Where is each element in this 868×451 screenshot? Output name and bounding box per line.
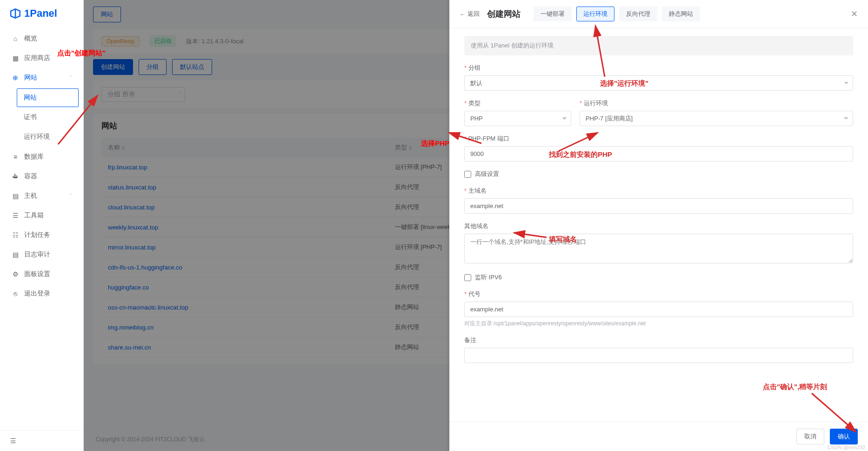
grid-icon: ▦	[11, 54, 20, 62]
nav: ⌂概览 ▦应用商店 ⊕网站˄ 网站 证书 运行环境 ≡数据库 ⛴容器 ▤主机˅ …	[0, 27, 83, 430]
nav-label: 日志审计	[24, 250, 50, 259]
arrow-find-php	[556, 130, 602, 155]
remark-input[interactable]	[464, 348, 853, 363]
drawer-footer: 取消 确认	[449, 422, 868, 451]
runtime-select[interactable]: PHP-7 [应用商店]	[580, 111, 853, 126]
anno-fill-domain: 填写域名	[549, 235, 577, 244]
close-button[interactable]: ✕	[851, 9, 858, 19]
logo-icon	[9, 7, 21, 20]
anno-click-create: 点击"创建网站"	[57, 49, 106, 58]
ipv6-checkbox[interactable]: 监听 IPV6	[464, 273, 853, 282]
arrow-domain	[512, 229, 549, 244]
drawer-title: 创建网站	[487, 8, 521, 20]
nav-label: 面板设置	[24, 270, 50, 278]
logo-text: 1Panel	[24, 7, 57, 20]
tab-runtime[interactable]: 运行环境	[576, 7, 614, 21]
alias-label: 代号	[464, 290, 853, 298]
nav-label: 数据库	[24, 153, 44, 161]
ipv6-checkbox-input[interactable]	[464, 274, 471, 281]
nav-label: 应用商店	[24, 54, 50, 62]
menu-icon: ☰	[10, 437, 16, 444]
anno-select-php: 选择PHP	[421, 139, 449, 148]
advanced-checkbox[interactable]: 高级设置	[464, 170, 853, 178]
server-icon: ▤	[11, 192, 20, 200]
info-box: 使用从 1Panel 创建的运行环境	[464, 36, 853, 55]
logout-icon: ⎋	[11, 290, 20, 297]
advanced-label: 高级设置	[475, 170, 499, 178]
gear-icon: ⚙	[11, 270, 20, 278]
chevron-down-icon: ˅	[69, 193, 72, 199]
database-icon: ≡	[11, 153, 20, 161]
nav-website[interactable]: ⊕网站˄	[0, 68, 83, 88]
nav-audit[interactable]: ▤日志审计	[0, 245, 83, 264]
tab-proxy[interactable]: 反向代理	[619, 7, 657, 21]
arrow-runtime	[591, 23, 619, 81]
nav-label: 工具箱	[24, 211, 44, 220]
back-button[interactable]: ←返回	[460, 10, 480, 18]
tab-static[interactable]: 静态网站	[662, 7, 700, 21]
globe-icon: ⊕	[11, 74, 20, 81]
nav-label: 容器	[24, 172, 37, 181]
drawer-tabs: 一键部署 运行环境 反向代理 静态网站	[534, 7, 700, 21]
nav-panel[interactable]: ⚙面板设置	[0, 264, 83, 284]
type-label: 类型	[464, 99, 571, 108]
nav-label: 主机	[24, 192, 37, 200]
sidebar: 1Panel ⌂概览 ▦应用商店 ⊕网站˄ 网站 证书 运行环境 ≡数据库 ⛴容…	[0, 0, 84, 451]
runtime-label: 运行环境	[580, 99, 853, 108]
nav-label: 退出登录	[24, 289, 50, 298]
fpm-label: PHP-FPM 端口	[464, 135, 853, 143]
home-icon: ⌂	[11, 35, 20, 42]
collapse-toggle[interactable]: ☰	[0, 430, 83, 451]
nav-cron[interactable]: ☷计划任务	[0, 225, 83, 245]
clock-icon: ☷	[11, 231, 20, 239]
anno-confirm: 点击"确认",稍等片刻	[763, 383, 827, 391]
type-select[interactable]: PHP	[464, 111, 571, 126]
domain-input[interactable]	[464, 198, 853, 214]
nav-toolbox[interactable]: ☰工具箱	[0, 206, 83, 225]
drawer-header: ←返回 创建网站 一键部署 运行环境 反向代理 静态网站 ✕	[449, 0, 868, 28]
chevron-up-icon: ˄	[69, 75, 72, 81]
logo: 1Panel	[0, 0, 83, 27]
nav-label: 计划任务	[24, 231, 50, 239]
arrow-left-icon: ←	[460, 11, 466, 18]
ipv6-label: 监听 IPV6	[475, 273, 502, 282]
nav-label: 网站	[24, 74, 37, 82]
advanced-checkbox-input[interactable]	[464, 171, 471, 178]
domain-label: 主域名	[464, 187, 853, 195]
nav-overview[interactable]: ⌂概览	[0, 29, 83, 48]
log-icon: ▤	[11, 251, 20, 258]
watermark: CSDN @mei232	[828, 444, 865, 450]
fpm-port-input[interactable]	[464, 146, 853, 162]
group-select[interactable]: 默认	[464, 75, 853, 91]
alias-hint: 对应主目录:/opt/1panel/apps/openresty/openres…	[464, 320, 853, 328]
nav-label: 概览	[24, 34, 37, 43]
nav-host[interactable]: ▤主机˅	[0, 186, 83, 206]
group-label: 分组	[464, 64, 853, 72]
toolbox-icon: ☰	[11, 212, 20, 219]
remark-label: 备注	[464, 336, 853, 344]
arrow-php	[447, 130, 484, 150]
alias-input[interactable]	[464, 302, 853, 317]
tab-oneclick[interactable]: 一键部署	[534, 7, 572, 21]
arrow-create	[56, 93, 112, 150]
container-icon: ⛴	[11, 173, 20, 180]
nav-container[interactable]: ⛴容器	[0, 167, 83, 186]
nav-logout[interactable]: ⎋退出登录	[0, 284, 83, 303]
arrow-confirm	[809, 391, 865, 439]
